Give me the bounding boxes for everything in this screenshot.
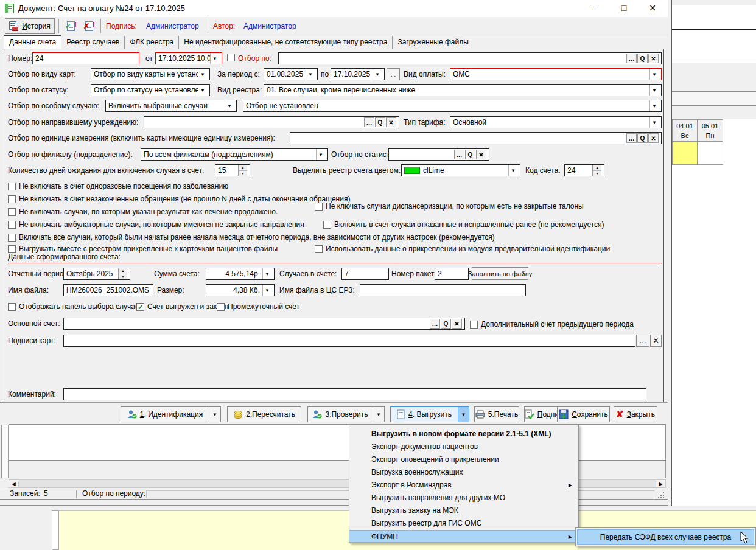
clear-button[interactable]: ✕ xyxy=(452,319,462,329)
dropdown-arrow-icon[interactable]: ▼ xyxy=(306,69,315,80)
dropdown-arrow-icon[interactable]: ▼ xyxy=(373,69,382,80)
size-combo[interactable]: 4,38 Кб.▼ xyxy=(206,284,275,296)
cb-unfinished[interactable]: Не включать в счет незаконченные обращен… xyxy=(8,193,350,204)
scroll-right-button[interactable]: ▶ xyxy=(656,481,665,487)
cb-show-case-panel[interactable]: Отображать панель выбора случаев xyxy=(8,301,143,312)
maximize-button[interactable]: □ xyxy=(611,0,637,17)
dropdown-arrow-icon[interactable]: ▼ xyxy=(508,165,517,176)
search-button[interactable]: Q xyxy=(637,133,648,143)
verify-button[interactable]: 3.Проверить xyxy=(307,406,373,422)
spin-down-button[interactable]: ▼ xyxy=(239,171,247,176)
pay-kind-combo[interactable]: ОМС▼ xyxy=(450,68,662,80)
spin-down-button[interactable]: ▼ xyxy=(119,274,127,280)
search-button[interactable]: Q xyxy=(375,117,385,127)
cb-additional-account[interactable]: Дополнительный счет предыдущего периода xyxy=(470,319,634,330)
comment-input[interactable] xyxy=(63,388,646,400)
clear-button[interactable]: ✕ xyxy=(386,117,396,127)
validate-ok-button[interactable]: ✓ ! xyxy=(63,18,79,34)
dropdown-arrow-icon[interactable]: ▼ xyxy=(374,407,383,422)
ellipsis-button[interactable]: … xyxy=(626,133,637,143)
wait-days-spin[interactable]: 15▲▼ xyxy=(215,164,250,176)
dropdown-arrow-icon[interactable]: ▼ xyxy=(649,69,659,80)
period-more-button[interactable]: . . xyxy=(387,68,400,80)
dropdown-arrow-icon[interactable]: ▼ xyxy=(211,407,220,422)
cb-started-earlier[interactable]: Включать все случаи, который были начаты… xyxy=(8,232,495,243)
scroll-left-button[interactable]: ◀ xyxy=(9,481,19,487)
tab-uploaded-files[interactable]: Загруженные файлы xyxy=(393,36,473,49)
ellipsis-button[interactable]: … xyxy=(626,54,637,63)
dropdown-arrow-icon[interactable]: ▼ xyxy=(262,268,271,279)
branch-combo[interactable]: По всем филиалам (подразделениям)▼ xyxy=(141,148,328,161)
ellipsis-button[interactable]: … xyxy=(430,319,440,329)
dropdown-arrow-icon[interactable]: ▼ xyxy=(316,149,325,160)
dropdown-arrow-icon[interactable]: ▼ xyxy=(262,285,271,296)
clear-button[interactable]: ✕ xyxy=(648,54,659,63)
package-number-input[interactable]: 2 xyxy=(435,268,469,280)
tab-account-data[interactable]: Данные счета xyxy=(4,35,61,49)
tab-case-registry[interactable]: Реестр случаев xyxy=(61,36,125,49)
dropdown-arrow-icon[interactable]: ▼ xyxy=(649,100,659,111)
card-kind-combo[interactable]: Отбор по виду карты не установл▼ xyxy=(91,68,210,80)
sum-combo[interactable]: 4 575,14р.▼ xyxy=(206,268,275,280)
cb-treatment-continued[interactable]: Не включать случаи, по которым указан ре… xyxy=(8,206,278,217)
identify-button[interactable]: 1. Идентификация xyxy=(121,406,209,422)
cb-account-uploaded[interactable]: ✓Счет выгружен и закрыт xyxy=(136,301,229,312)
menu-item[interactable]: Выгрузить заявку на МЭК xyxy=(349,504,578,517)
fill-by-file-button[interactable]: Заполнить по файлу xyxy=(472,267,528,280)
highlight-color-combo[interactable]: clLime▼ xyxy=(401,164,520,176)
referral-filter-input[interactable]: …Q✕ xyxy=(144,116,399,128)
period-from-combo[interactable]: 01.08.2025▼ xyxy=(264,68,318,80)
cs-filename-input[interactable] xyxy=(360,284,526,296)
identify-dropdown-button[interactable]: ▼ xyxy=(209,406,221,422)
spin-up-button[interactable]: ▲ xyxy=(239,165,247,171)
validate-fail-button[interactable]: ✗ ! xyxy=(81,18,97,34)
clear-button[interactable]: ✕ xyxy=(476,150,486,159)
registry-kind-combo[interactable]: 01. Все случаи, кроме перечисленных ниже… xyxy=(264,84,662,96)
statist-filter-input[interactable]: …Q✕ xyxy=(388,148,489,161)
signatures-ellipsis-button[interactable]: … xyxy=(636,335,649,347)
dropdown-arrow-icon[interactable]: ▼ xyxy=(225,100,234,111)
resize-grip[interactable] xyxy=(663,497,664,498)
special-value-combo[interactable]: Отбор не установлен▼ xyxy=(243,100,662,112)
search-button[interactable]: Q xyxy=(465,150,475,159)
menu-item[interactable]: ФПУМП▶ xyxy=(349,530,578,543)
spin-down-button[interactable]: ▼ xyxy=(593,171,601,176)
period-to-combo[interactable]: 17.10.2025▼ xyxy=(331,68,385,80)
print-button[interactable]: 5.Печать xyxy=(474,406,519,422)
card-signatures-input[interactable] xyxy=(63,335,635,347)
main-account-input[interactable]: …Q✕ xyxy=(63,318,465,330)
dropdown-arrow-icon[interactable]: ▼ xyxy=(198,69,207,80)
dropdown-arrow-icon[interactable]: ▼ xyxy=(649,85,659,96)
tab-not-identified[interactable]: Не идентифицированные, не сответствующие… xyxy=(179,36,393,49)
export-button[interactable]: 4. Выгрузить xyxy=(390,406,458,422)
number-input[interactable]: 24 xyxy=(32,52,139,64)
cb-rejected-cases[interactable]: Включить в счет случаи отказанные и испр… xyxy=(323,219,604,230)
cb-open-referrals[interactable]: Не включать амбулаторные случаи, по кото… xyxy=(8,219,304,230)
menu-item[interactable]: Выгрузить в новом формате версии 2.1-5.1… xyxy=(349,428,578,440)
cases-count-input[interactable]: 7 xyxy=(341,268,389,280)
special-mode-combo[interactable]: Включить выбранные случаи▼ xyxy=(105,100,237,112)
save-button[interactable]: Сохранить xyxy=(557,406,610,422)
dropdown-arrow-icon[interactable]: ▼ xyxy=(198,85,207,96)
menu-item[interactable]: Экспорт документов пациентов xyxy=(349,440,578,453)
cb-intermediate-account[interactable]: Промежуточный счет xyxy=(217,301,299,312)
verify-dropdown-button[interactable]: ▼ xyxy=(373,406,385,422)
search-button[interactable]: Q xyxy=(441,319,451,329)
spin-up-button[interactable]: ▲ xyxy=(593,165,601,171)
clear-button[interactable]: ✕ xyxy=(648,133,659,143)
submenu-item-sefd[interactable]: Передать СЭФД всех случаев реестра xyxy=(577,529,754,545)
menu-item[interactable]: Выгрузка военнослужащих xyxy=(349,466,578,479)
tab-flk-registry[interactable]: ФЛК реестра xyxy=(125,36,179,49)
filter-by-checkbox[interactable] xyxy=(227,54,235,61)
recalculate-button[interactable]: 2.Пересчитать xyxy=(227,406,301,422)
dropdown-arrow-icon[interactable]: ▼ xyxy=(649,117,659,128)
menu-item[interactable]: Выгрузить направления для других МО xyxy=(349,492,578,504)
menu-item[interactable]: Экспорт оповещений о прикреплении xyxy=(349,453,578,466)
cb-dispanserization[interactable]: Не ключать случаи диспансеризации, по ко… xyxy=(315,201,584,212)
status-filter-combo[interactable]: Отбор по статусу не установлен▼ xyxy=(91,84,210,96)
filename-input[interactable]: HM260026_251002.OMS xyxy=(63,284,153,296)
signatures-clear-button[interactable]: ✕ xyxy=(650,335,662,347)
dropdown-arrow-icon[interactable]: ▼ xyxy=(459,407,468,422)
dropdown-arrow-icon[interactable]: ▼ xyxy=(210,53,219,64)
ellipsis-button[interactable]: … xyxy=(364,117,374,127)
